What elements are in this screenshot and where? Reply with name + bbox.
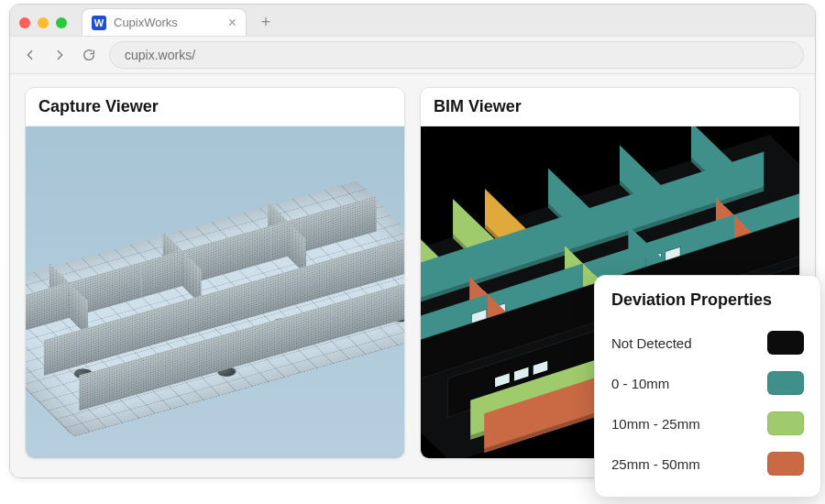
- window-controls: [19, 17, 67, 36]
- legend-label: 0 - 10mm: [611, 376, 669, 391]
- legend-swatch-10-25mm: [767, 411, 804, 435]
- url-field[interactable]: cupix.works/: [109, 41, 804, 69]
- address-bar: cupix.works/: [10, 36, 815, 74]
- legend-label: 25mm - 50mm: [611, 456, 700, 472]
- forward-button[interactable]: [50, 46, 69, 64]
- deviation-properties-panel[interactable]: Deviation Properties Not Detected 0 - 10…: [594, 275, 821, 498]
- tab-title: CupixWorks: [114, 16, 221, 29]
- legend-swatch-0-10mm: [767, 371, 804, 395]
- new-tab-button[interactable]: +: [254, 10, 278, 34]
- legend-row: 25mm - 50mm: [611, 444, 804, 484]
- reload-icon: [82, 48, 96, 62]
- arrow-right-icon: [52, 48, 67, 62]
- back-button[interactable]: [21, 46, 39, 64]
- capture-viewer-panel: Capture Viewer: [25, 87, 405, 459]
- close-window-icon[interactable]: [19, 17, 30, 28]
- capture-viewer-title: Capture Viewer: [26, 88, 404, 126]
- legend-row: Not Detected: [611, 323, 804, 363]
- minimize-window-icon[interactable]: [38, 17, 49, 28]
- legend-row: 10mm - 25mm: [611, 403, 804, 444]
- arrow-left-icon: [23, 48, 38, 62]
- maximize-window-icon[interactable]: [56, 17, 67, 28]
- bim-viewer-title: BIM Viewer: [421, 88, 799, 126]
- close-tab-icon[interactable]: ×: [228, 16, 236, 30]
- legend-label: 10mm - 25mm: [611, 416, 700, 432]
- legend-row: 0 - 10mm: [611, 363, 804, 403]
- reload-button[interactable]: [80, 46, 98, 64]
- legend-swatch-25-50mm: [767, 452, 804, 476]
- legend-label: Not Detected: [611, 335, 692, 351]
- url-text: cupix.works/: [125, 48, 195, 62]
- favicon-icon: W: [92, 16, 106, 30]
- legend-swatch-not-detected: [767, 331, 804, 355]
- deviation-properties-title: Deviation Properties: [611, 290, 804, 310]
- tab-bar: W CupixWorks × +: [10, 5, 815, 36]
- capture-viewer-viewport[interactable]: [26, 126, 404, 458]
- browser-tab[interactable]: W CupixWorks ×: [82, 8, 247, 36]
